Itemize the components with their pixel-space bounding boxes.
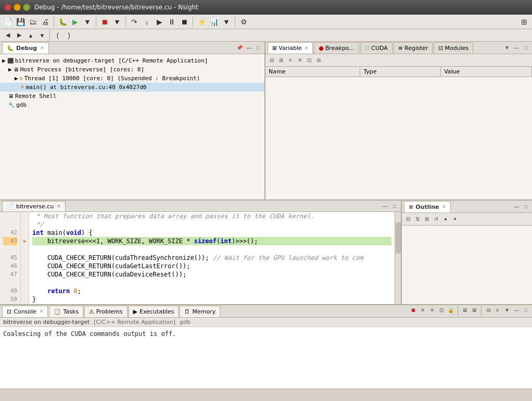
- new-button[interactable]: 📄: [2, 16, 14, 28]
- var-maximize[interactable]: □: [522, 44, 530, 52]
- outline-minimize[interactable]: —: [512, 203, 521, 211]
- tab-code-close[interactable]: ✕: [57, 204, 61, 209]
- close-button[interactable]: [4, 4, 11, 11]
- console-options2[interactable]: 🔒: [447, 306, 455, 315]
- col-type[interactable]: Type: [360, 67, 441, 77]
- separator-2: [96, 17, 96, 27]
- console-content[interactable]: Coalescing of the CUDA commands output i…: [0, 327, 532, 389]
- console-stop-btn[interactable]: ⏹: [409, 306, 417, 315]
- outline-sync[interactable]: ↺: [432, 215, 440, 223]
- resume[interactable]: ▶: [154, 16, 165, 28]
- var-layout[interactable]: ≡: [286, 56, 295, 65]
- back-button[interactable]: ◀: [2, 30, 14, 41]
- tab-debug-close[interactable]: ✕: [40, 45, 44, 51]
- step-over[interactable]: ↷: [129, 16, 140, 28]
- stop-dropdown[interactable]: ▼: [111, 16, 123, 28]
- debug-minimize[interactable]: —: [245, 44, 253, 52]
- down-button[interactable]: ▼: [36, 30, 48, 41]
- cuda-debug[interactable]: ⚡: [196, 16, 207, 28]
- tab-code[interactable]: 📄 bitreverse.cu ✕: [2, 201, 66, 211]
- outline-filter[interactable]: ⊞: [423, 215, 431, 223]
- code-minimize[interactable]: —: [381, 202, 389, 210]
- var-new-window[interactable]: ⧉: [314, 56, 323, 65]
- tab-debug[interactable]: 🐛 Debug ✕: [2, 42, 49, 54]
- profile[interactable]: 📊: [208, 16, 220, 28]
- console-monitor2[interactable]: 🖥: [470, 306, 478, 315]
- nav1[interactable]: ⟨: [52, 30, 63, 41]
- tree-root[interactable]: ▶ ⬛ bitreverse on debugger-target [C/C++…: [0, 56, 264, 65]
- settings-button[interactable]: ⚙: [238, 16, 249, 28]
- maximize-view[interactable]: ⊞: [518, 16, 530, 28]
- tree-remote-shell[interactable]: 🖥 Remote Shell: [0, 92, 264, 101]
- console-pin[interactable]: ▼: [503, 306, 511, 315]
- outline-collapse[interactable]: ⊟: [404, 215, 412, 223]
- console-options1[interactable]: ⊡: [437, 306, 446, 315]
- tab-cuda[interactable]: ⬡ CUDA: [360, 42, 392, 54]
- nav2[interactable]: ⟩: [63, 30, 74, 41]
- tab-outline-close[interactable]: ✕: [442, 204, 447, 209]
- tab-executables[interactable]: ▶ Executables: [129, 306, 179, 317]
- console-new-window[interactable]: ⧉: [484, 306, 492, 315]
- code-content[interactable]: * Host function that prepares data array…: [29, 212, 395, 304]
- console-layout[interactable]: ≡: [493, 306, 502, 315]
- tab-memory[interactable]: 🗒 Memory: [180, 306, 220, 317]
- var-minimize[interactable]: —: [512, 44, 521, 52]
- tab-console[interactable]: ⊡ Console ✕: [2, 306, 48, 317]
- debug-pin[interactable]: 📌: [235, 44, 244, 52]
- save-button[interactable]: 💾: [15, 16, 26, 28]
- outline-sort[interactable]: ⇅: [413, 215, 422, 223]
- var-collapse[interactable]: ⊟: [268, 56, 276, 65]
- tab-problems[interactable]: ⚠ Problems: [84, 306, 128, 317]
- step-into[interactable]: ↓: [141, 16, 153, 28]
- var-copy[interactable]: ⊡: [305, 56, 313, 65]
- tab-console-label: Console: [14, 308, 36, 315]
- run-button[interactable]: ▶: [69, 16, 81, 28]
- terminate[interactable]: ⏹: [179, 16, 190, 28]
- tree-gdb[interactable]: 🔧 gdb: [0, 101, 264, 109]
- debug-tree[interactable]: ▶ ⬛ bitreverse on debugger-target [C/C++…: [0, 54, 264, 199]
- tree-thread[interactable]: ▶ ⚙ Thread [1] 10000 [core: 0] (Suspende…: [0, 74, 264, 83]
- tab-variable-close[interactable]: ✕: [305, 45, 309, 51]
- var-delete[interactable]: ✕: [296, 56, 304, 65]
- suspend[interactable]: ⏸: [166, 16, 178, 28]
- forward-button[interactable]: ▶: [14, 30, 25, 41]
- window-controls[interactable]: [4, 4, 30, 11]
- scrollbar-thumb[interactable]: [396, 222, 401, 254]
- tree-frame[interactable]: ➤ main() at bitreverse.cu:40 0x4027d0: [0, 83, 264, 92]
- console-maximize[interactable]: □: [522, 306, 530, 315]
- tree-host[interactable]: ▶ 🖥 Host Process [bitreverse] [cores: 0]: [0, 65, 264, 74]
- tab-breakpoint[interactable]: ● Breakpo...: [314, 42, 359, 54]
- line-numbers: 42 43 45 46 47 49 50: [0, 212, 21, 304]
- minimize-button[interactable]: [14, 4, 21, 11]
- console-monitor[interactable]: 🖥: [461, 306, 469, 315]
- debug-maximize[interactable]: □: [254, 44, 262, 52]
- debug-button[interactable]: 🐛: [57, 16, 68, 28]
- tab-variable[interactable]: ⊞ Variable ✕: [268, 42, 313, 54]
- outline-dot[interactable]: ●: [441, 215, 450, 223]
- outline-maximize[interactable]: □: [522, 203, 530, 211]
- col-name[interactable]: Name: [265, 67, 360, 77]
- code-editor[interactable]: 42 43 45 46 47 49 50 ➤ * Hos: [0, 212, 401, 304]
- var-pin[interactable]: ▼: [503, 44, 511, 52]
- console-minimize[interactable]: —: [512, 306, 521, 315]
- col-value[interactable]: Value: [441, 67, 532, 77]
- console-disconnect2[interactable]: ✕: [428, 306, 436, 315]
- maximize-button[interactable]: [23, 4, 30, 11]
- up-button[interactable]: ▲: [25, 30, 36, 41]
- code-scrollbar[interactable]: [395, 212, 401, 304]
- console-disconnect[interactable]: ✕: [419, 306, 427, 315]
- print-button[interactable]: 🖨: [40, 16, 51, 28]
- tab-modules[interactable]: ⊡ Modules: [434, 42, 473, 54]
- var-expand[interactable]: ⊞: [277, 56, 285, 65]
- stop-button[interactable]: ⏹: [99, 16, 110, 28]
- profile-dropdown[interactable]: ▼: [221, 16, 232, 28]
- content-area: 🐛 Debug ✕ 📌 — □ ▶ ⬛ bitreverse on debugg…: [0, 42, 532, 389]
- outline-star[interactable]: ✦: [451, 215, 459, 223]
- code-maximize[interactable]: □: [390, 202, 399, 210]
- save-all-button[interactable]: 🗂: [27, 16, 39, 28]
- tab-outline[interactable]: ≡ Outline ✕: [404, 201, 451, 212]
- tab-console-close[interactable]: ✕: [40, 309, 44, 314]
- tab-tasks[interactable]: 📋 Tasks: [49, 306, 83, 317]
- run-dropdown[interactable]: ▼: [82, 16, 93, 28]
- tab-register[interactable]: ≡ Register: [394, 42, 433, 54]
